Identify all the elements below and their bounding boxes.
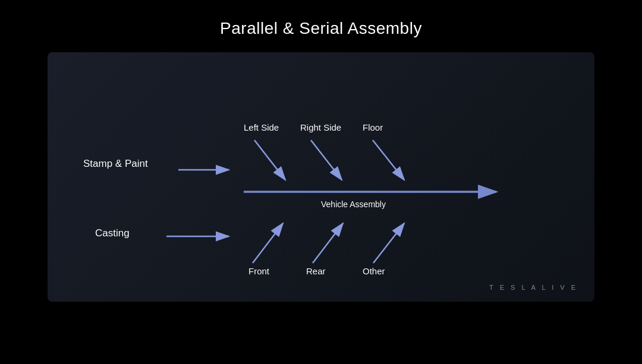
front-label: Front (248, 266, 269, 276)
svg-line-4 (311, 140, 342, 180)
casting-label: Casting (95, 227, 130, 239)
other-label: Other (363, 266, 385, 276)
floor-label: Floor (363, 122, 383, 132)
tesla-live-watermark: T E S L A L I V E (489, 284, 578, 291)
svg-line-5 (373, 140, 404, 180)
stamp-paint-label: Stamp & Paint (83, 158, 148, 170)
rear-label: Rear (306, 266, 326, 276)
vehicle-assembly-label: Vehicle Assembly (321, 200, 386, 209)
diagram-container: Stamp & Paint Casting Left Side Right Si… (48, 52, 594, 302)
svg-line-10 (373, 223, 404, 263)
svg-line-9 (313, 223, 343, 263)
left-side-label: Left Side (244, 122, 279, 132)
right-side-label: Right Side (300, 122, 341, 132)
page-title: Parallel & Serial Assembly (220, 19, 422, 38)
diagram-svg (48, 52, 594, 302)
svg-line-3 (254, 140, 285, 180)
svg-line-8 (253, 223, 283, 263)
